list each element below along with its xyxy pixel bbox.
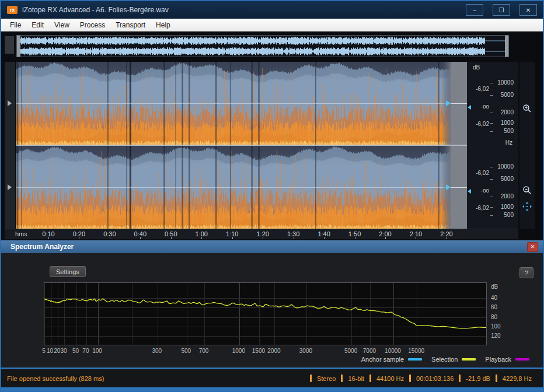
close-icon: ✕ xyxy=(526,7,531,13)
status-separator xyxy=(341,374,343,382)
audio-end-marker-ch2-icon xyxy=(446,184,451,190)
menu-item-file[interactable]: File xyxy=(5,19,26,32)
overview-right-handle[interactable] xyxy=(505,36,508,57)
spectrum-freq-label: 20 xyxy=(54,348,60,354)
pan-button[interactable] xyxy=(521,202,533,214)
overview-gutter-block xyxy=(5,36,14,54)
menu-item-help[interactable]: Help xyxy=(151,19,176,32)
legend-label: Anchor sample xyxy=(361,356,404,363)
freq-scale-tick xyxy=(490,131,493,132)
ruler-unit-label: hms xyxy=(15,230,27,237)
close-panel-button[interactable]: ✕ xyxy=(527,242,538,252)
overview-left-handle[interactable] xyxy=(17,36,20,57)
channel2-arrow-icon[interactable] xyxy=(8,184,12,190)
spectrum-db-label: 60 xyxy=(491,304,508,310)
ruler-tick xyxy=(416,237,416,239)
legend-label: Playback xyxy=(485,356,511,363)
settings-button[interactable]: Settings xyxy=(50,266,86,277)
menu-bar: FileEditViewProcessTransportHelp xyxy=(1,19,543,32)
overview-waveform[interactable] xyxy=(17,36,508,57)
db-scale-label: -oo xyxy=(468,103,489,110)
status-separator xyxy=(459,374,461,382)
freq-scale-label: 10000 xyxy=(494,163,514,170)
zoom-in-icon xyxy=(522,104,532,116)
menu-item-view[interactable]: View xyxy=(49,19,75,32)
spectrum-freq-label: 300 xyxy=(152,348,162,354)
spectrogram-channel-1[interactable] xyxy=(16,62,451,145)
spectrum-freq-label: 30 xyxy=(61,348,67,354)
spectrum-freq-label: 100 xyxy=(92,348,102,354)
ruler-tick xyxy=(79,237,79,239)
spectrum-freq-label: 10000 xyxy=(385,348,401,354)
zoom-out-icon xyxy=(522,186,532,197)
minimize-icon: – xyxy=(473,7,476,13)
spectrum-freq-label: 1500 xyxy=(252,348,265,354)
scale-channel-1: -6,02-oo-6,0210000500020001000500 xyxy=(467,62,518,145)
scale-channel-2: -6,02-oo-6,0210000500020001000500 xyxy=(467,146,518,229)
menu-item-transport[interactable]: Transport xyxy=(110,19,151,32)
zoom-toolbar xyxy=(519,62,535,229)
maximize-button[interactable]: ❐ xyxy=(493,4,510,16)
status-field: 44100 Hz xyxy=(376,375,404,382)
ruler-tick xyxy=(355,237,355,239)
db-scale-label: -oo xyxy=(468,187,489,194)
status-field: 16-bit xyxy=(348,375,364,382)
freq-scale-label: 5000 xyxy=(494,92,514,98)
ruler-tick xyxy=(447,237,447,239)
spectrum-analyzer-header[interactable]: Spectrum Analyzer ✕ xyxy=(1,240,543,253)
spectrum-graph-area: dB 406080100120 510203050701003005007001… xyxy=(44,282,528,356)
spectrum-graph[interactable] xyxy=(44,282,487,345)
status-separator xyxy=(310,374,312,382)
channel1-arrow-icon[interactable] xyxy=(8,100,12,106)
spectrum-freq-label: 5 xyxy=(42,348,46,354)
close-window-button[interactable]: ✕ xyxy=(519,4,537,16)
ruler-tick xyxy=(48,237,49,239)
legend-swatch xyxy=(408,358,422,360)
channel2-zero-line xyxy=(451,187,467,188)
spectrum-freq-label: 15000 xyxy=(408,348,424,354)
channel-select-strip[interactable] xyxy=(5,62,15,229)
spectrogram-channel-2[interactable] xyxy=(16,146,451,229)
spectrogram-display[interactable] xyxy=(16,62,451,229)
pan-icon xyxy=(522,202,532,214)
post-audio-region xyxy=(451,62,467,229)
spectrum-freq-label: 10 xyxy=(47,348,53,354)
ruler-tick xyxy=(294,237,294,239)
help-button[interactable]: ? xyxy=(519,267,533,278)
menu-item-edit[interactable]: Edit xyxy=(26,19,49,32)
freq-scale-label: 2000 xyxy=(494,193,514,200)
spectrum-analyzer-title: Spectrum Analyzer xyxy=(11,243,527,251)
menu-item-process[interactable]: Process xyxy=(75,19,110,32)
ruler-tick xyxy=(201,237,202,239)
ruler-tick xyxy=(232,237,233,239)
spectrum-freq-label: 7000 xyxy=(363,348,376,354)
window-title: iZotope RX Advanced - A6. Folies-Bergére… xyxy=(22,6,466,14)
status-separator xyxy=(496,374,497,382)
status-field: 00:01:03.136 xyxy=(416,375,454,382)
spectrum-freq-label: 3000 xyxy=(299,348,312,354)
freq-scale-tick xyxy=(490,215,493,216)
legend-swatch xyxy=(462,358,476,360)
channel1-zero-line xyxy=(451,103,467,104)
spectrum-freq-label: 700 xyxy=(199,348,209,354)
playhead-level-marker-icon xyxy=(468,189,471,194)
editor-workspace: dB Hz -6,02-oo-6,0210000500020001000500 … xyxy=(1,32,543,240)
db-scale-label: -6,02 xyxy=(468,121,489,127)
app-icon: rx xyxy=(7,6,18,14)
minimize-button[interactable]: – xyxy=(466,4,483,16)
db-scale-label: -6,02 xyxy=(468,86,489,92)
status-message: File opened successfully (828 ms) xyxy=(7,375,104,382)
status-bar: File opened successfully (828 ms) Stereo… xyxy=(1,369,543,387)
status-fields: Stereo16-bit44100 Hz00:01:03.136-21,9 dB… xyxy=(310,374,537,382)
ruler-tick xyxy=(324,237,325,239)
db-scale-label: -6,02 xyxy=(468,205,489,211)
zoom-in-button[interactable] xyxy=(521,104,533,116)
freq-scale-tick xyxy=(490,179,493,180)
playhead-level-marker-icon xyxy=(468,105,471,110)
window-controls: – ❐ ✕ xyxy=(466,4,537,16)
freq-scale-tick xyxy=(490,123,493,124)
overview-strip[interactable] xyxy=(16,35,509,57)
time-ruler[interactable]: hms 0:100:200:300:400:501:001:101:201:30… xyxy=(5,229,518,239)
zoom-out-button[interactable] xyxy=(521,186,533,197)
spectrum-freq-label: 5000 xyxy=(344,348,357,354)
